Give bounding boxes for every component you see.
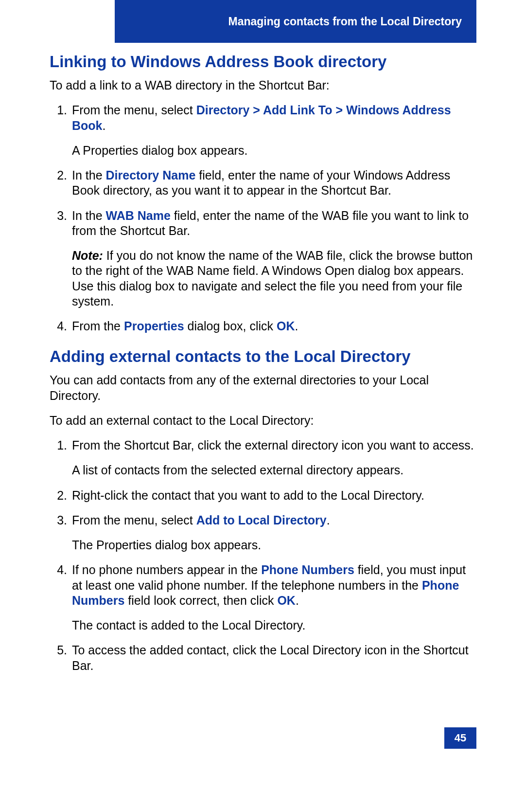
chapter-header: Managing contacts from the Local Directo… bbox=[115, 0, 476, 43]
chapter-title: Managing contacts from the Local Directo… bbox=[228, 15, 462, 28]
text: . bbox=[327, 513, 330, 527]
section2-intro1: You can add contacts from any of the ext… bbox=[50, 373, 476, 403]
section1-intro: To add a link to a WAB directory in the … bbox=[50, 78, 476, 93]
section2-step-3-result: The Properties dialog box appears. bbox=[72, 538, 476, 553]
section-heading-1: Linking to Windows Address Book director… bbox=[50, 53, 476, 71]
phone-numbers-field-1: Phone Numbers bbox=[261, 563, 354, 577]
text: From the Shortcut Bar, click the externa… bbox=[72, 438, 474, 452]
note-label: Note: bbox=[72, 249, 103, 262]
note-text: If you do not know the name of the WAB f… bbox=[72, 249, 472, 308]
add-to-local-directory: Add to Local Directory bbox=[196, 513, 327, 527]
text: . bbox=[295, 319, 298, 333]
text: In the bbox=[72, 168, 106, 182]
section1-step-1: From the menu, select Directory > Add Li… bbox=[67, 103, 476, 158]
text: From the menu, select bbox=[72, 513, 196, 527]
text: From the menu, select bbox=[72, 103, 196, 117]
text: . bbox=[296, 594, 299, 607]
text: From the bbox=[72, 319, 124, 333]
page-number: 45 bbox=[444, 727, 476, 749]
section1-step-2: In the Directory Name field, enter the n… bbox=[67, 168, 476, 198]
section2-steps: From the Shortcut Bar, click the externa… bbox=[50, 438, 476, 673]
section-heading-2: Adding external contacts to the Local Di… bbox=[50, 347, 476, 366]
text: In the bbox=[72, 209, 106, 222]
text: Right-click the contact that you want to… bbox=[72, 488, 424, 502]
section2-step-4: If no phone numbers appear in the Phone … bbox=[67, 562, 476, 633]
section1-step-1-result: A Properties dialog box appears. bbox=[72, 143, 476, 158]
text: dialog box, click bbox=[184, 319, 277, 333]
page-content: Linking to Windows Address Book director… bbox=[50, 53, 476, 683]
section2-step-4-result: The contact is added to the Local Direct… bbox=[72, 618, 476, 633]
field-wab-name: WAB Name bbox=[106, 209, 171, 222]
section1-steps: From the menu, select Directory > Add Li… bbox=[50, 103, 476, 334]
section1-step-3-note: Note: If you do not know the name of the… bbox=[72, 248, 476, 309]
text: To access the added contact, click the L… bbox=[72, 643, 469, 672]
text: . bbox=[103, 119, 106, 132]
properties-dialog: Properties bbox=[124, 319, 184, 333]
page: Managing contacts from the Local Directo… bbox=[0, 0, 525, 812]
section1-step-3: In the WAB Name field, enter the name of… bbox=[67, 208, 476, 309]
section2-step-1-result: A list of contacts from the selected ext… bbox=[72, 463, 476, 478]
text: field look correct, then click bbox=[124, 594, 277, 607]
section1-step-4: From the Properties dialog box, click OK… bbox=[67, 319, 476, 334]
section2-step-3: From the menu, select Add to Local Direc… bbox=[67, 513, 476, 553]
section2-step-1: From the Shortcut Bar, click the externa… bbox=[67, 438, 476, 478]
ok-button-label: OK bbox=[277, 594, 296, 607]
field-directory-name: Directory Name bbox=[106, 168, 196, 182]
section2-step-5: To access the added contact, click the L… bbox=[67, 643, 476, 673]
section2-intro2: To add an external contact to the Local … bbox=[50, 413, 476, 428]
section2-step-2: Right-click the contact that you want to… bbox=[67, 488, 476, 503]
ok-button-label: OK bbox=[277, 319, 295, 333]
text: If no phone numbers appear in the bbox=[72, 563, 261, 577]
